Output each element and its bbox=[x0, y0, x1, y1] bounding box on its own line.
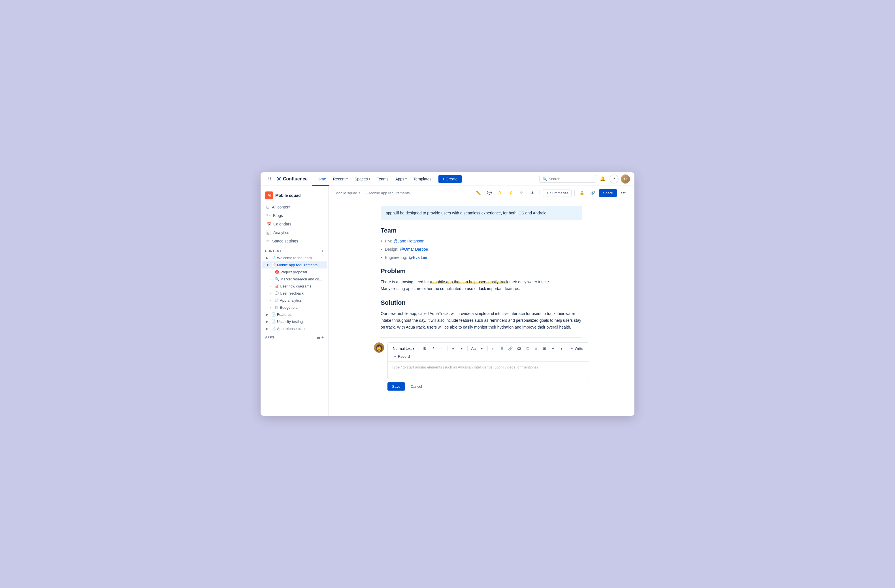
search-box[interactable]: 🔍 bbox=[539, 175, 596, 183]
nav-templates[interactable]: Templates bbox=[410, 172, 435, 186]
comment-icon[interactable]: 💬 bbox=[485, 189, 494, 197]
editor-placeholder[interactable]: Type / to start adding elements (such as… bbox=[388, 362, 589, 379]
intro-callout: app will be designed to provide users wi… bbox=[381, 206, 583, 220]
nav-teams[interactable]: Teams bbox=[373, 172, 392, 186]
insert-chevron[interactable]: ▾ bbox=[557, 344, 565, 352]
toolbar-separator bbox=[447, 346, 448, 351]
bullet-list-button[interactable]: ≔ bbox=[489, 344, 498, 352]
ai-summarize-icon: ✦ bbox=[546, 191, 549, 195]
editor-avatar: 👩 bbox=[374, 342, 384, 353]
tree-item-usability-testing[interactable]: ▶ 📄 Usability testing bbox=[262, 318, 327, 325]
expand-dot: • bbox=[270, 277, 274, 281]
nav-right-actions: 🔍 🔔 ? U bbox=[539, 174, 630, 183]
tree-item-welcome[interactable]: ▶ 📄 Welcome to the team bbox=[262, 255, 327, 261]
more-format-button[interactable]: ··· bbox=[438, 344, 446, 352]
search-icon: 🔍 bbox=[542, 177, 547, 181]
record-button[interactable]: ✦ Record bbox=[391, 353, 413, 360]
write-ai-button[interactable]: ✦ Write bbox=[567, 345, 586, 352]
expand-dot: • bbox=[270, 285, 274, 288]
cancel-button[interactable]: Cancel bbox=[407, 382, 425, 391]
filter-icon[interactable]: ⚌ bbox=[317, 249, 320, 253]
header-actions: ✏️ 💬 ✨ ⚡ ☆ 👁 ✦ Summarize 🔒 🔗 Share ••• bbox=[475, 189, 628, 197]
add-content-icon[interactable]: + bbox=[322, 249, 324, 253]
breadcrumb-space[interactable]: Mobile squad bbox=[335, 191, 357, 195]
align-button[interactable]: ≡ bbox=[449, 344, 457, 352]
expand-icon: ▼ bbox=[266, 264, 270, 267]
page-icon: 📈 bbox=[275, 299, 279, 302]
filter-apps-icon[interactable]: ⚌ bbox=[317, 335, 320, 339]
ai-sparkle-icon[interactable]: ✨ bbox=[496, 189, 504, 197]
summarize-button[interactable]: ✦ Summarize bbox=[543, 189, 572, 197]
italic-button[interactable]: I bbox=[429, 344, 437, 352]
page-icon: 📄 bbox=[272, 320, 276, 324]
page-icon: 📋 bbox=[275, 306, 279, 309]
expand-dot: • bbox=[270, 306, 274, 309]
insert-more-button[interactable]: + bbox=[549, 344, 557, 352]
share-button[interactable]: Share bbox=[599, 189, 617, 197]
star-icon[interactable]: ☆ bbox=[517, 189, 526, 197]
search-input[interactable] bbox=[549, 177, 593, 181]
tree-item-app-release-plan[interactable]: ▶ 📄 App release plan bbox=[262, 325, 327, 332]
tree-item-app-analytics[interactable]: • 📈 App analytics bbox=[262, 297, 327, 304]
sidebar-item-calendars[interactable]: 📅 Calendars bbox=[262, 220, 327, 228]
link-icon[interactable]: 🔗 bbox=[588, 189, 597, 197]
lightning-icon[interactable]: ⚡ bbox=[507, 189, 515, 197]
edit-icon[interactable]: ✏️ bbox=[475, 189, 483, 197]
save-button[interactable]: Save bbox=[387, 382, 405, 391]
add-apps-icon[interactable]: + bbox=[322, 335, 324, 339]
eye-icon[interactable]: 👁 bbox=[528, 189, 537, 197]
expand-icon: ▶ bbox=[266, 327, 270, 330]
page-icon: 🔍 bbox=[275, 277, 279, 281]
tree-item-user-feedback[interactable]: • 💬 User feedback bbox=[262, 290, 327, 297]
bold-button[interactable]: B bbox=[420, 344, 429, 352]
expand-dot: • bbox=[270, 299, 274, 302]
team-member-engineering: Engineering: @Eva Lien bbox=[381, 255, 583, 261]
text-format-selector[interactable]: Normal text ▾ bbox=[391, 345, 417, 352]
sidebar-item-all-content[interactable]: ⊞ All content bbox=[262, 203, 327, 211]
confluence-logo[interactable]: ✕ Confluence bbox=[276, 176, 308, 182]
sidebar-item-blogs[interactable]: ❝❝ Blogs bbox=[262, 211, 327, 220]
image-button[interactable]: 🖼 bbox=[515, 344, 523, 352]
more-options-icon[interactable]: ••• bbox=[619, 189, 628, 197]
solution-heading: Solution bbox=[381, 299, 583, 306]
notification-icon[interactable]: 🔔 bbox=[598, 174, 607, 183]
tree-item-budget-plan[interactable]: • 📋 Budget plan bbox=[262, 304, 327, 311]
problem-section: Problem There is a growing need for a mo… bbox=[381, 267, 583, 292]
lock-icon[interactable]: 🔒 bbox=[578, 189, 586, 197]
font-chevron[interactable]: ▾ bbox=[478, 344, 486, 352]
page-icon: 🎯 bbox=[275, 270, 279, 274]
font-size-button[interactable]: Aa bbox=[469, 344, 477, 352]
sidebar-item-analytics[interactable]: 📊 Analytics bbox=[262, 228, 327, 237]
document-scroll[interactable]: app will be designed to provide users wi… bbox=[329, 200, 634, 416]
document-body: app will be designed to provide users wi… bbox=[374, 200, 589, 338]
tree-item-mobile-app-req[interactable]: ▼ 📄 Mobile app requirements bbox=[262, 261, 327, 268]
emoji-button[interactable]: ☺ bbox=[532, 344, 540, 352]
confluence-logo-icon: ✕ bbox=[276, 176, 281, 182]
tree-item-features[interactable]: ▶ 📄 Features bbox=[262, 311, 327, 318]
create-button[interactable]: + Create bbox=[438, 175, 462, 183]
breadcrumb-ellipsis[interactable]: ... bbox=[362, 191, 365, 195]
tree-item-market-research[interactable]: • 🔍 Market research and co... bbox=[262, 276, 327, 283]
page-icon: 📄 bbox=[272, 263, 276, 267]
chevron-down-icon: ▾ bbox=[413, 346, 415, 351]
solution-section: Solution Our new mobile app, called Aqua… bbox=[381, 299, 583, 330]
space-header: M Mobile squad bbox=[261, 189, 328, 202]
grid-menu-icon[interactable]: ⣿ bbox=[265, 174, 274, 183]
nav-apps[interactable]: Apps ▾ bbox=[392, 172, 410, 186]
nav-recent[interactable]: Recent ▾ bbox=[329, 172, 351, 186]
expand-dot: • bbox=[270, 270, 274, 274]
link-button[interactable]: 🔗 bbox=[507, 344, 514, 352]
tree-item-project-proposal[interactable]: • 🎯 Project proposal bbox=[262, 268, 327, 276]
editor-toolbar: Normal text ▾ B I ··· ≡ ▾ bbox=[388, 343, 589, 362]
user-avatar[interactable]: U bbox=[621, 174, 630, 183]
mention-button[interactable]: @ bbox=[523, 344, 531, 352]
nav-home[interactable]: Home bbox=[312, 172, 329, 186]
settings-icon: ⚙ bbox=[266, 239, 270, 243]
numbered-list-button[interactable]: ⊟ bbox=[498, 344, 506, 352]
tree-item-user-flow[interactable]: • 📊 User flow diagrams bbox=[262, 283, 327, 290]
align-chevron[interactable]: ▾ bbox=[458, 344, 466, 352]
table-button[interactable]: ⊞ bbox=[540, 344, 548, 352]
nav-spaces[interactable]: Spaces ▾ bbox=[351, 172, 373, 186]
help-icon[interactable]: ? bbox=[610, 174, 619, 183]
sidebar-item-space-settings[interactable]: ⚙ Space settings bbox=[262, 237, 327, 245]
